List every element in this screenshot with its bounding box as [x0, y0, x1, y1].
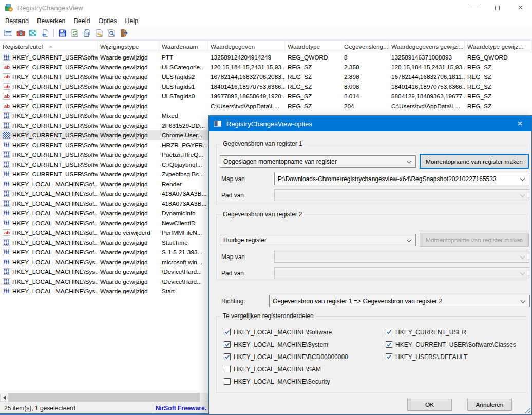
column-header-label: Gegevensleng...	[344, 43, 388, 50]
cell-key: HKEY_CURRENT_USER\Softw...	[0, 169, 98, 179]
cell-change: Waarde gewijzigd	[98, 160, 159, 169]
registry-grid-icon[interactable]	[27, 27, 39, 38]
register2-pad-combo	[274, 267, 529, 279]
compare-key-option[interactable]: HKEY_LOCAL_MACHINE\Security	[224, 377, 348, 386]
cell-name: \Device\Hard...	[159, 276, 208, 286]
cell-name: Start	[159, 286, 208, 296]
menu-help[interactable]: Help	[121, 16, 143, 26]
register2-source-value: Huidige register	[223, 236, 267, 244]
cell-length: 2.350	[341, 62, 389, 72]
column-header-label: Registersleutel	[3, 43, 43, 50]
dialog-close-button[interactable]: ×	[508, 116, 531, 131]
checkbox-checked-icon[interactable]	[386, 353, 392, 360]
scrollbar-thumb[interactable]	[9, 393, 200, 402]
report-icon[interactable]	[2, 27, 14, 38]
minimize-icon	[472, 8, 477, 8]
cell-key: HKEY_LOCAL_MACHINE\Sys...	[0, 286, 98, 296]
cell-change: Waarde gewijzigd	[98, 276, 159, 286]
maximize-button[interactable]	[486, 0, 509, 15]
ok-button[interactable]: OK	[407, 399, 452, 411]
table-row[interactable]: HKEY_CURRENT_USER\Softw...Waarde gewijzi…	[0, 91, 532, 101]
chevron-down-icon	[407, 237, 412, 242]
dword-value-icon	[3, 122, 10, 129]
cell-name: ULSTagIds2	[159, 72, 208, 82]
column-header-4[interactable]: Waardegegeven	[208, 41, 285, 52]
compare-key-label: HKEY_USERS\.DEFAULT	[395, 353, 467, 361]
table-row[interactable]: HKEY_CURRENT_USER\Softw...Waarde gewijzi…	[0, 101, 532, 111]
compare-key-option[interactable]: HKEY_LOCAL_MACHINE\SAM	[224, 365, 348, 373]
menu-bestand[interactable]: Bestand	[1, 16, 33, 26]
register2-snapshot-label: Momentopname van register maken	[426, 236, 523, 244]
column-header-label: Waardenaam	[162, 43, 198, 50]
column-header-7[interactable]: Waardegegevens gewijzi...	[389, 41, 465, 52]
cell-change: Waarde gewijzigd	[98, 72, 159, 82]
copy-icon[interactable]	[81, 27, 93, 38]
compare-key-option[interactable]: HKEY_USERS\.DEFAULT	[386, 352, 516, 361]
cell-change: Waarde gewijzigd	[98, 247, 159, 257]
column-header-8[interactable]: Waardetype gewijz...	[465, 41, 532, 52]
properties-icon[interactable]	[93, 27, 105, 38]
menu-bewerken[interactable]: Bewerken	[33, 16, 70, 26]
dword-value-icon	[3, 112, 10, 119]
column-header-5[interactable]: Waardetype	[285, 41, 341, 52]
find-icon[interactable]	[105, 27, 118, 38]
compare-keys-right-column: HKEY_CURRENT_USERHKEY_CURRENT_USER\Softw…	[386, 328, 516, 361]
menu-beeld[interactable]: Beeld	[69, 16, 94, 26]
table-row[interactable]: HKEY_CURRENT_USER\Softw...Waarde gewijzi…	[0, 52, 532, 62]
compare-key-option[interactable]: HKEY_LOCAL_MACHINE\System	[224, 340, 348, 349]
checkbox-checked-icon[interactable]	[224, 341, 231, 348]
screen: RegistryChangesView × BestandBewerkenBee…	[0, 0, 532, 415]
nirsoft-freeware-link[interactable]: NirSoft Freeware.	[154, 402, 206, 414]
cell-name: HRZR_PGYFR...	[159, 140, 208, 150]
register2-map-label: Map van	[221, 253, 245, 261]
direction-dropdown[interactable]: Gegevensbron van register 1 => Gegevensb…	[269, 295, 530, 307]
cell-change: Waarde gewijzigd	[98, 130, 159, 140]
column-header-1[interactable]: Registersleutel	[0, 41, 98, 52]
cell-type: REG_SZ	[285, 101, 341, 111]
close-button[interactable]: ×	[509, 0, 532, 15]
open-report-icon[interactable]	[39, 27, 51, 38]
title-bar: RegistryChangesView ×	[0, 0, 532, 15]
checkbox-checked-icon[interactable]	[224, 329, 231, 335]
column-header-6[interactable]: Gegevensleng...	[341, 41, 389, 52]
string-value-icon	[3, 83, 10, 90]
table-row[interactable]: HKEY_CURRENT_USER\Softw...Waarde gewijzi…	[0, 72, 532, 82]
resize-grip[interactable]	[524, 407, 530, 413]
save-icon[interactable]	[56, 27, 68, 38]
table-row[interactable]: HKEY_CURRENT_USER\Softw...Waarde gewijzi…	[0, 82, 532, 91]
checkbox-checked-icon[interactable]	[386, 329, 392, 335]
register2-pad-label: Pad van	[221, 270, 244, 277]
dword-value-icon	[3, 54, 10, 61]
compare-key-option[interactable]: HKEY_CURRENT_USER	[386, 328, 516, 337]
compare-key-option[interactable]: HKEY_LOCAL_MACHINE\Software	[224, 328, 348, 337]
register1-map-combo[interactable]: P:\Downloads-Chrome\registrychangesview-…	[274, 173, 529, 185]
checkbox-checked-icon[interactable]	[386, 341, 392, 348]
checkbox-checked-icon[interactable]	[224, 353, 231, 360]
dword-value-icon	[3, 288, 10, 294]
register2-source-dropdown[interactable]: Huidige register	[220, 234, 416, 246]
column-header-3[interactable]: Waardenaam	[159, 41, 208, 52]
camera-snapshot-icon[interactable]	[14, 27, 27, 38]
chevron-down-icon	[520, 192, 525, 197]
cell-key: HKEY_LOCAL_MACHINE\Sof...	[0, 189, 98, 199]
string-value-icon	[3, 73, 10, 80]
checkbox-unchecked-icon[interactable]	[224, 366, 231, 372]
column-header-2[interactable]: Wijzigingstype	[98, 41, 159, 52]
status-item-count: 25 item(s), 1 geselecteerd	[4, 402, 75, 414]
cell-data: 132589124204914249	[208, 52, 285, 62]
refresh-icon[interactable]	[68, 27, 81, 38]
compare-key-label: HKEY_LOCAL_MACHINE\System	[234, 341, 328, 348]
checkbox-unchecked-icon[interactable]	[224, 378, 231, 385]
column-header-label: Waardetype	[288, 43, 320, 50]
minimize-button[interactable]	[463, 0, 486, 15]
compare-key-option[interactable]: HKEY_LOCAL_MACHINE\BCD00000000	[224, 352, 348, 361]
table-row[interactable]: HKEY_CURRENT_USER\Softw...Waarde gewijzi…	[0, 62, 532, 72]
register1-source-dropdown[interactable]: Opgeslagen momentopname van register	[220, 155, 416, 168]
cell-new_data: 16782144,16832706,1811...	[389, 72, 465, 82]
compare-key-option[interactable]: HKEY_CURRENT_USER\Software\Classes	[386, 340, 516, 349]
cancel-button[interactable]: Annuleren	[467, 399, 512, 411]
exit-icon[interactable]	[118, 27, 130, 38]
menu-opties[interactable]: Opties	[94, 16, 121, 26]
scroll-left-button[interactable]	[0, 393, 9, 402]
register1-snapshot-button[interactable]: Momentopname van register maken	[420, 154, 529, 169]
